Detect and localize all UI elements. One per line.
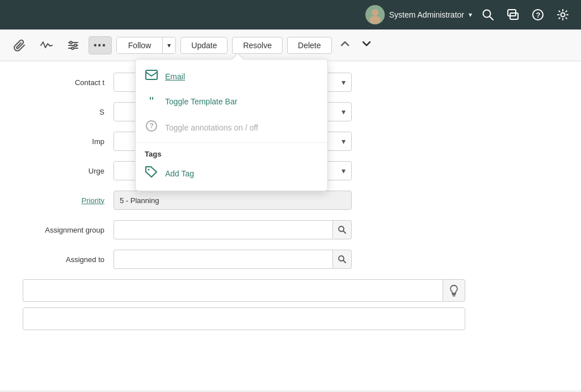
svg-point-1 [372, 9, 378, 16]
priority-input[interactable]: 5 - Planning [113, 191, 352, 210]
assigned-to-input-wrapper [113, 250, 352, 269]
svg-point-14 [74, 44, 77, 47]
svg-text:?: ? [536, 11, 541, 19]
assignment-group-search-button[interactable] [332, 220, 352, 239]
email-icon [145, 70, 158, 83]
priority-value: 5 - Planning [120, 196, 159, 205]
priority-label[interactable]: Priority [23, 196, 113, 205]
nav-up-button[interactable] [336, 35, 353, 56]
dropdown-divider [136, 142, 327, 143]
assigned-to-input[interactable] [113, 250, 332, 269]
assigned-to-search-button[interactable] [332, 250, 352, 269]
dropdown-menu: Email " Toggle Template Bar ? Toggle ann… [135, 59, 328, 191]
svg-point-2 [369, 16, 381, 24]
more-button[interactable]: ••• [89, 36, 112, 54]
dropdown-toggle-annotations-item[interactable]: ? Toggle annotations on / off [136, 115, 327, 140]
chat-icon[interactable] [504, 6, 522, 24]
source-chevron-icon: ▾ [342, 107, 346, 116]
assigned-to-label: Assigned to [23, 255, 113, 264]
svg-line-23 [343, 260, 346, 263]
filter-button[interactable] [62, 36, 84, 55]
user-name: System Administrator [389, 10, 464, 19]
delete-button[interactable]: Delete [287, 37, 331, 54]
avatar [365, 5, 385, 24]
priority-row: Priority 5 - Planning [23, 191, 558, 210]
svg-point-19 [148, 169, 150, 171]
svg-line-4 [490, 16, 493, 20]
email-label: Email [165, 72, 185, 81]
dropdown-add-tag-item[interactable]: Add Tag [136, 161, 327, 186]
search-icon[interactable] [479, 6, 497, 24]
impact-label: Imp [23, 137, 113, 146]
add-tag-label: Add Tag [165, 169, 194, 178]
help-icon[interactable]: ? [529, 6, 547, 24]
source-label: S [23, 108, 113, 116]
tags-section-label: Tags [136, 145, 327, 161]
nav-down-button[interactable] [358, 35, 375, 56]
svg-rect-16 [146, 70, 157, 79]
lightbulb-button[interactable] [443, 279, 465, 302]
follow-chevron-icon: ▾ [167, 41, 171, 49]
follow-group: Follow ▾ [116, 37, 176, 54]
toggle-template-label: Toggle Template Bar [165, 97, 237, 106]
assigned-to-row: Assigned to [23, 250, 558, 269]
activity-button[interactable] [35, 36, 58, 55]
assignment-group-row: Assignment group [23, 220, 558, 239]
dropdown-toggle-template-item[interactable]: " Toggle Template Bar [136, 88, 327, 115]
update-button[interactable]: Update [180, 37, 228, 54]
dropdown-arrow [232, 54, 243, 60]
tag-icon [145, 166, 158, 180]
svg-point-15 [71, 47, 74, 49]
dropdown-email-item[interactable]: Email [136, 64, 327, 88]
svg-line-21 [343, 231, 346, 233]
contact-type-label: Contact t [23, 78, 113, 87]
settings-icon[interactable] [554, 6, 572, 24]
follow-dropdown-button[interactable]: ▾ [162, 37, 175, 53]
follow-button[interactable]: Follow [117, 37, 162, 53]
svg-point-13 [70, 41, 72, 44]
toolbar: ••• Follow ▾ Update Resolve Delete [0, 29, 581, 61]
resolve-button[interactable]: Resolve [232, 37, 283, 54]
topbar: System Administrator ▾ ? [0, 0, 581, 29]
user-chevron: ▾ [469, 11, 472, 19]
user-menu[interactable]: System Administrator ▾ [365, 5, 472, 24]
assignment-group-input[interactable] [113, 220, 332, 239]
contact-type-chevron-icon: ▾ [342, 78, 346, 87]
impact-chevron-icon: ▾ [342, 137, 346, 146]
attachment-button[interactable] [9, 36, 31, 55]
quote-icon: " [145, 94, 158, 109]
svg-point-9 [561, 13, 565, 17]
svg-text:?: ? [150, 122, 154, 130]
assignment-group-label: Assignment group [23, 226, 113, 234]
urgency-chevron-icon: ▾ [342, 166, 346, 175]
toggle-annotations-label: Toggle annotations on / off [165, 123, 258, 132]
annotations-icon: ? [145, 120, 158, 134]
assignment-group-input-wrapper [113, 220, 352, 239]
urgency-label: Urge [23, 167, 113, 175]
